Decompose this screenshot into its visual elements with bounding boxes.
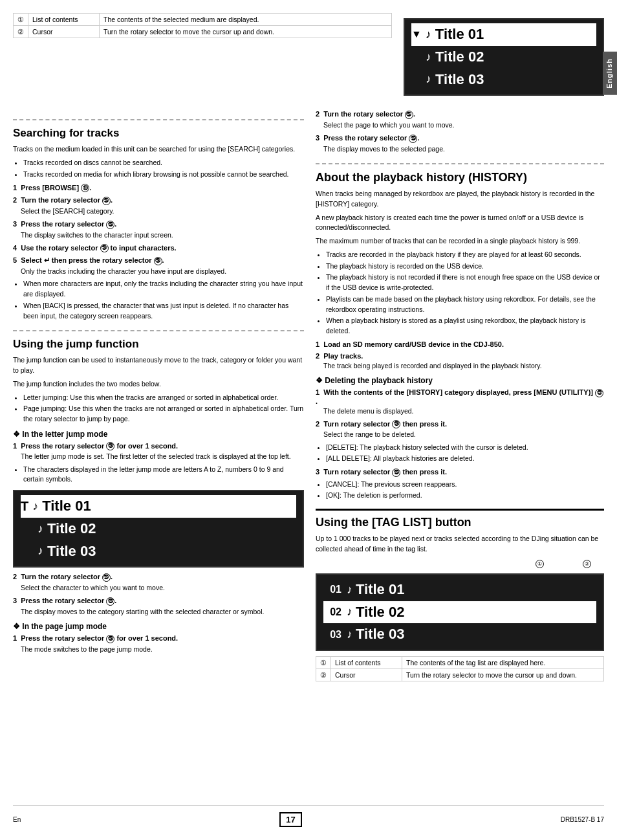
page-container: English ① List of contents The contents …	[0, 0, 617, 840]
list-item: When a playback history is stored as a p…	[326, 316, 604, 337]
step-title: 1 Press the rotary selector ㉕ for over 1…	[13, 634, 304, 643]
step-3: 3 Press the rotary selector ㉕. The displ…	[13, 220, 304, 240]
step-title: 1 Press the rotary selector ㉕ for over 1…	[13, 442, 304, 451]
list-item: [DELETE]: The playback history selected …	[326, 443, 604, 453]
step-title: 2 Turn the rotary selector ㉕.	[316, 110, 604, 119]
list-item: Tracks are recorded in the playback hist…	[326, 250, 604, 260]
doc-ref: DRB1527-B 17	[561, 816, 604, 823]
step-num: 1	[13, 184, 17, 192]
separator	[13, 330, 304, 331]
table-row: ② Cursor Turn the rotary selector to mov…	[14, 26, 392, 38]
step-title: 1 With the contents of the [HISTORY] cat…	[316, 388, 604, 405]
tag-list-heading: Using the [TAG LIST] button	[316, 516, 604, 529]
list-item: The playback history is recorded on the …	[326, 261, 604, 272]
step-num: 1	[316, 340, 319, 348]
step-num: 2	[13, 196, 17, 204]
lcd-title-1: Title 01	[435, 25, 484, 45]
row-desc: The contents of the selected medium are …	[100, 14, 392, 26]
jump-bullets: Letter jumping: Use this when the tracks…	[23, 393, 304, 425]
step-text: Turn rotary selector ㉕ then press it.	[323, 420, 447, 428]
tag-list-section: Using the [TAG LIST] button Up to 1 000 …	[316, 509, 604, 681]
step-text: Use the rotary selector ㉕ to input chara…	[21, 244, 176, 252]
circle-ref: ㉕	[409, 135, 417, 143]
circle-ref: ㉕	[154, 257, 162, 265]
step-title: 1 Press [BROWSE] ⑲.	[13, 184, 304, 193]
row-desc: Turn the rotary selector to move the cur…	[402, 669, 604, 681]
step-desc: The display switches to the character in…	[21, 230, 304, 240]
step-text: With the contents of the [HISTORY] categ…	[316, 388, 603, 405]
lcd-title-2: Title 02	[47, 519, 96, 539]
jump-intro: The jump function can be used to instant…	[13, 355, 304, 376]
lcd-note-icon: ♪	[347, 604, 352, 620]
bottom-bar: En 17 DRB1527-B 17	[13, 805, 604, 827]
top-lcd-display: ▼ ♪ Title 01 ♪ Title 02 ♪ Title 03	[404, 13, 604, 101]
circle-ref: ㉕	[106, 635, 114, 643]
step-num: 2	[316, 352, 319, 360]
step-num: 2	[316, 420, 319, 428]
bold-text: Turn rotary selector ㉕ then press it.	[323, 420, 447, 428]
row-num: ①	[316, 657, 331, 669]
lcd-row-2: ♪ Title 02	[411, 46, 596, 69]
step-text: Press the rotary selector ㉕.	[21, 597, 116, 604]
step-text: Press the rotary selector ㉕.	[21, 220, 116, 228]
circle-ref: ㉕	[106, 221, 114, 229]
circle-ref: ㉕	[392, 469, 400, 477]
lcd-row-2: 02 ♪ Title 02	[323, 601, 596, 624]
step-desc: Only the tracks including the character …	[21, 267, 304, 276]
row-num: ①	[14, 14, 28, 26]
step-desc: Select the page to which you want to mov…	[323, 120, 604, 130]
step-desc: The letter jump mode is set. The first l…	[21, 452, 304, 461]
step-desc: The mode switches to the page jump mode.	[21, 645, 304, 654]
step-num: 3	[13, 597, 17, 604]
lcd-annotations-top: ① ②	[316, 560, 604, 568]
step-text: Turn rotary selector ㉕ then press it.	[323, 468, 447, 476]
step-bullets: When more characters are input, only the…	[23, 279, 304, 321]
lcd-numbered: 01 ♪ Title 01 02 ♪ Title 02 03 ♪ Tit	[316, 573, 604, 651]
row-num: ②	[316, 669, 331, 681]
history-bullets: Tracks are recorded in the playback hist…	[326, 250, 604, 337]
step-desc: The display moves to the selected page.	[323, 144, 604, 154]
step-text: Turn the rotary selector ㉕.	[21, 573, 113, 580]
page-jump-heading: ❖ In the page jump mode	[13, 622, 304, 631]
hist-step-2: 2 Play tracks. The track being played is…	[316, 352, 604, 371]
step-bullets: The characters displayed in the letter j…	[23, 465, 304, 485]
bold-text: Press the rotary selector ㉕ for over 1 s…	[21, 442, 178, 450]
left-column: Searching for tracks Tracks on the mediu…	[13, 110, 304, 805]
lcd-row-1: T ♪ Title 01	[21, 495, 296, 518]
list-item: [CANCEL]: The previous screen reappears.	[326, 480, 604, 490]
step-title: 3 Press the rotary selector ㉕.	[13, 597, 304, 606]
step-num: 1	[13, 634, 17, 642]
step-title: 2 Turn the rotary selector ㉕.	[13, 196, 304, 205]
list-item: Letter jumping: Use this when the tracks…	[23, 393, 304, 403]
lcd-note-icon: ♪	[426, 71, 431, 87]
lcd-note-icon: ♪	[347, 582, 352, 598]
step-desc: The display moves to the category starti…	[21, 607, 304, 617]
lcd-note-icon: ♪	[426, 49, 431, 65]
table-row: ② Cursor Turn the rotary selector to mov…	[316, 669, 604, 681]
step-text: Turn the rotary selector ㉕.	[323, 110, 415, 118]
page-number: 17	[286, 815, 295, 824]
bold-text: Press the rotary selector ㉕ for over 1 s…	[21, 634, 178, 642]
lcd-note-icon: ♪	[347, 626, 352, 643]
step-desc: The track being played is recorded and d…	[323, 361, 604, 371]
step-title: 5 Select ↵ then press the rotary selecto…	[13, 256, 304, 265]
step-text: Select ↵ then press the rotary selector …	[21, 256, 164, 264]
list-item: Page jumping: Use this when the tracks a…	[23, 404, 304, 425]
tag-list-intro: Up to 1 000 tracks to be played next or …	[316, 534, 604, 555]
step-bullets: [CANCEL]: The previous screen reappears.…	[326, 480, 604, 502]
searching-intro: Tracks on the medium loaded in this unit…	[13, 144, 304, 155]
annot-1: ①	[536, 560, 544, 568]
step-5: 5 Select ↵ then press the rotary selecto…	[13, 256, 304, 321]
step-title: 3 Press the rotary selector ㉕.	[316, 134, 604, 143]
step-num: 2	[13, 573, 17, 580]
bold-text: Use the rotary selector ㉕ to input chara…	[21, 244, 176, 252]
lcd-title: Title 03	[356, 624, 404, 645]
row-num: ②	[14, 26, 28, 38]
step-text: Press [BROWSE] ⑲.	[21, 184, 91, 192]
del-step-3: 3 Turn rotary selector ㉕ then press it. …	[316, 468, 604, 501]
separator	[13, 119, 304, 120]
lcd-letter-jump: T ♪ Title 01 ♪ Title 02 ♪ Title 03	[13, 490, 304, 568]
circle-ref: ㉕	[102, 197, 111, 205]
searching-heading: Searching for tracks	[13, 127, 304, 140]
row-label: Cursor	[331, 669, 402, 681]
